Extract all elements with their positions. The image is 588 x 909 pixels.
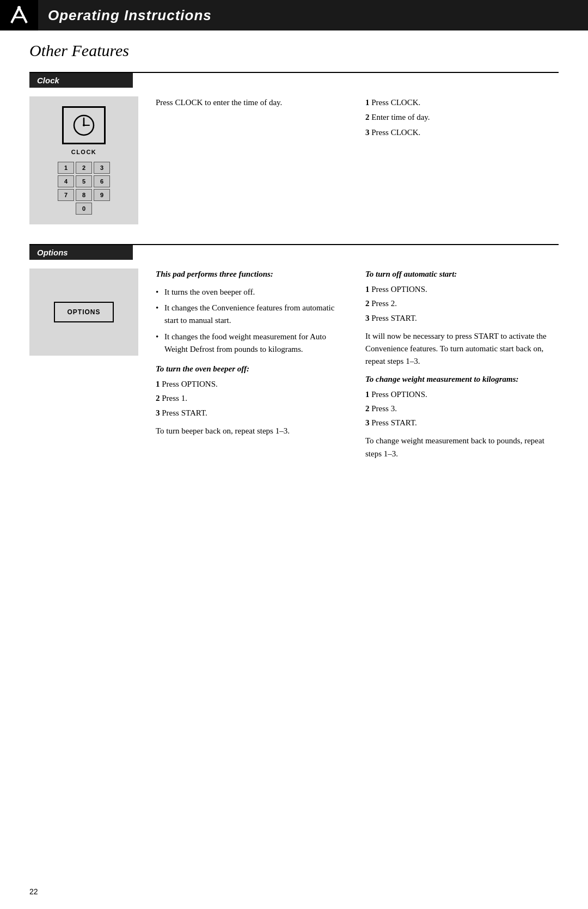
page-content: Other Features Clock CLOCK — [0, 41, 588, 518]
key-5: 5 — [76, 175, 92, 187]
bullet-item-3: It changes the food weight measurement f… — [156, 331, 349, 356]
options-button-image: OPTIONS — [54, 302, 113, 322]
page-header: Operating Instructions — [0, 0, 588, 30]
auto-start-heading: To turn off automatic start: — [365, 269, 559, 280]
clock-steps-list: 1 Press CLOCK. 2 Enter time of day. 3 Pr… — [365, 96, 559, 139]
clock-section: Clock CLOCK 1 — [29, 72, 559, 224]
weight-heading: To change weight measurement to kilogram… — [365, 374, 559, 385]
key-7: 7 — [58, 189, 74, 201]
step-num-3: 3 — [365, 128, 370, 137]
brand-logo — [0, 0, 38, 30]
beeper-follow-up: To turn beeper back on, repeat steps 1–3… — [156, 425, 349, 437]
options-section-label: Options — [29, 245, 133, 260]
section-heading: Other Features — [29, 41, 559, 60]
clock-text-columns: Press CLOCK to enter the time of day. 1 … — [156, 96, 559, 141]
weight-steps: 1 Press OPTIONS. 2 Press 3. 3 Press STAR… — [365, 388, 559, 430]
auto-step-3: 3 Press START. — [365, 312, 559, 325]
options-bullet-list: It turns the oven beeper off. It changes… — [156, 286, 349, 356]
clock-icon-wrap — [62, 106, 106, 144]
page-title: Operating Instructions — [48, 7, 212, 24]
page-number: 22 — [29, 887, 38, 896]
keypad-zero-row: 0 — [76, 203, 92, 215]
key-6: 6 — [94, 175, 110, 187]
options-left-col: This pad performs three functions: It tu… — [156, 269, 349, 466]
key-9: 9 — [94, 189, 110, 201]
clock-label: CLOCK — [71, 149, 97, 155]
weight-body2: To change weight measurement back to pou… — [365, 435, 559, 460]
key-2: 2 — [76, 162, 92, 174]
auto-start-body1: It will now be necessary to press START … — [365, 330, 559, 368]
options-section: Options OPTIONS This pad performs three … — [29, 244, 559, 466]
weight-step-2: 2 Press 3. — [365, 402, 559, 415]
pad-intro-text: This pad performs three functions: — [156, 269, 349, 280]
options-content-columns: This pad performs three functions: It tu… — [156, 269, 559, 466]
weight-step-1: 1 Press OPTIONS. — [365, 388, 559, 401]
step-num-1: 1 — [365, 98, 370, 107]
beeper-step-3: 3 Press START. — [156, 407, 349, 419]
clock-steps-col: 1 Press CLOCK. 2 Enter time of day. 3 Pr… — [365, 96, 559, 141]
clock-step-2: 2 Enter time of day. — [365, 111, 559, 124]
auto-start-steps: 1 Press OPTIONS. 2 Press 2. 3 Press STAR… — [365, 283, 559, 325]
logo-icon — [7, 3, 31, 27]
clock-section-label: Clock — [29, 73, 133, 88]
key-0: 0 — [76, 203, 92, 215]
weight-step-3: 3 Press START. — [365, 417, 559, 429]
clock-step-3: 3 Press CLOCK. — [365, 126, 559, 139]
beeper-off-heading: To turn the oven beeper off: — [156, 363, 349, 375]
auto-step-2: 2 Press 2. — [365, 297, 559, 310]
clock-image-panel: CLOCK 1 2 3 4 5 6 7 8 9 0 — [29, 96, 138, 224]
bullet-item-2: It changes the Convenience features from… — [156, 302, 349, 327]
options-section-row: OPTIONS This pad performs three function… — [29, 260, 559, 466]
key-8: 8 — [76, 189, 92, 201]
clock-intro-text: Press CLOCK to enter the time of day. — [156, 96, 349, 109]
key-3: 3 — [94, 162, 110, 174]
clock-keypad: 1 2 3 4 5 6 7 8 9 — [58, 162, 110, 201]
key-4: 4 — [58, 175, 74, 187]
options-image-panel: OPTIONS — [29, 269, 138, 356]
svg-point-1 — [17, 6, 21, 9]
bullet-item-1: It turns the oven beeper off. — [156, 286, 349, 298]
clock-section-row: CLOCK 1 2 3 4 5 6 7 8 9 0 — [29, 88, 559, 224]
step-num-2: 2 — [365, 113, 370, 121]
beeper-step-2: 2 Press 1. — [156, 392, 349, 405]
clock-step-1: 1 Press CLOCK. — [365, 96, 559, 109]
key-1: 1 — [58, 162, 74, 174]
clock-face-icon — [71, 113, 96, 138]
clock-intro-col: Press CLOCK to enter the time of day. — [156, 96, 349, 141]
auto-step-1: 1 Press OPTIONS. — [365, 283, 559, 296]
beeper-step-1: 1 Press OPTIONS. — [156, 378, 349, 391]
beeper-off-steps: 1 Press OPTIONS. 2 Press 1. 3 Press STAR… — [156, 378, 349, 419]
options-right-col: To turn off automatic start: 1 Press OPT… — [365, 269, 559, 466]
header-title-bar: Operating Instructions — [38, 0, 588, 30]
